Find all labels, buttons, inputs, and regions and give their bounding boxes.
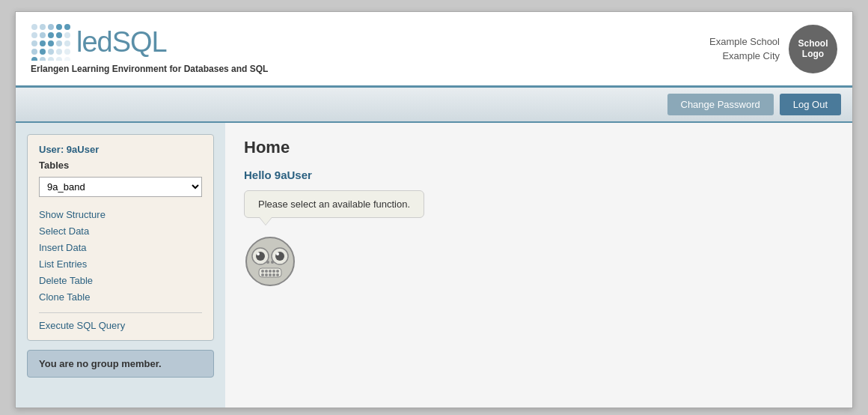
svg-point-5 — [31, 32, 37, 38]
list-item: Show Structure — [39, 206, 202, 222]
list-item: Insert Data — [39, 239, 202, 255]
main-content: Home Hello 9aUser Please select an avail… — [225, 123, 852, 408]
list-item: Clone Table — [39, 288, 202, 305]
svg-point-15 — [31, 49, 37, 55]
svg-point-17 — [48, 49, 54, 55]
delete-table-link[interactable]: Delete Table — [39, 275, 93, 286]
list-entries-link[interactable]: List Entries — [39, 258, 87, 270]
svg-point-7 — [48, 32, 54, 38]
svg-point-23 — [56, 57, 62, 61]
svg-point-44 — [271, 261, 274, 264]
execute-sql-link[interactable]: Execute SQL Query — [39, 320, 125, 331]
svg-point-21 — [40, 57, 46, 61]
list-item: Delete Table — [39, 272, 202, 288]
header: ledSQL Erlangen Learning Environment for… — [16, 12, 852, 88]
svg-point-41 — [272, 273, 275, 276]
mascot — [244, 235, 834, 290]
main-container: ledSQL Erlangen Learning Environment for… — [15, 11, 853, 408]
svg-point-42 — [276, 273, 279, 276]
svg-point-40 — [269, 273, 272, 276]
svg-point-38 — [261, 273, 264, 276]
tables-label: Tables — [39, 160, 202, 171]
svg-point-16 — [40, 49, 46, 55]
group-panel: You are no group member. — [27, 350, 214, 378]
svg-point-20 — [31, 57, 37, 61]
svg-point-14 — [64, 40, 70, 46]
table-select[interactable]: 9a_band — [39, 177, 202, 197]
svg-point-2 — [48, 24, 54, 30]
logo-text: ledSQL — [76, 26, 167, 58]
svg-point-43 — [266, 261, 269, 264]
svg-point-33 — [261, 270, 264, 273]
erlangen-rest: Learning Environment for Databases and S… — [69, 64, 268, 74]
nav-bar: Change Password Log Out — [16, 88, 852, 123]
svg-point-35 — [269, 270, 272, 273]
list-item: Select Data — [39, 222, 202, 239]
svg-point-0 — [31, 24, 37, 30]
svg-point-39 — [265, 273, 268, 276]
svg-point-3 — [56, 24, 62, 30]
school-info: Example School Example City School Logo — [709, 25, 837, 73]
school-city: Example City — [709, 49, 780, 64]
svg-point-9 — [64, 32, 70, 38]
school-name: Example School — [709, 34, 780, 49]
erlangen-bold: Erlangen — [31, 64, 69, 74]
page-title: Home — [244, 138, 834, 157]
svg-point-19 — [64, 49, 70, 55]
show-structure-link[interactable]: Show Structure — [39, 209, 106, 220]
clone-table-link[interactable]: Clone Table — [39, 291, 90, 303]
svg-point-13 — [56, 40, 62, 46]
sidebar-divider — [39, 312, 202, 313]
logo-area: ledSQL Erlangen Learning Environment for… — [31, 23, 268, 74]
logo-title: ledSQL — [31, 23, 268, 61]
school-text: Example School Example City — [709, 34, 780, 64]
svg-point-22 — [48, 57, 54, 61]
svg-point-10 — [31, 40, 37, 46]
school-logo-badge: School Logo — [789, 25, 837, 73]
content-area: User: 9aUser Tables 9a_band Show Structu… — [16, 123, 852, 408]
svg-point-37 — [276, 270, 279, 273]
instruction-text: Please select an available function. — [258, 199, 410, 210]
svg-point-8 — [56, 32, 62, 38]
logout-button[interactable]: Log Out — [780, 94, 841, 115]
logo-subtitle: Erlangen Learning Environment for Databa… — [31, 64, 268, 74]
mascot-icon — [244, 235, 296, 288]
sidebar: User: 9aUser Tables 9a_band Show Structu… — [16, 123, 225, 408]
svg-point-34 — [265, 270, 268, 273]
svg-point-4 — [64, 24, 70, 30]
speech-bubble: Please select an available function. — [244, 190, 424, 218]
sidebar-nav: Show Structure Select Data Insert Data L… — [39, 206, 202, 305]
svg-point-6 — [40, 32, 46, 38]
select-data-link[interactable]: Select Data — [39, 225, 89, 237]
ledsql-logo-icon — [31, 23, 72, 61]
svg-point-1 — [40, 24, 46, 30]
svg-point-36 — [272, 270, 275, 273]
svg-point-18 — [56, 49, 62, 55]
list-item: List Entries — [39, 255, 202, 272]
insert-data-link[interactable]: Insert Data — [39, 242, 87, 253]
svg-point-30 — [257, 252, 260, 255]
change-password-button[interactable]: Change Password — [667, 94, 774, 115]
hello-text: Hello 9aUser — [244, 169, 834, 181]
svg-point-24 — [64, 57, 70, 61]
svg-point-31 — [276, 252, 279, 255]
sidebar-panel-main: User: 9aUser Tables 9a_band Show Structu… — [27, 134, 214, 341]
user-label: User: 9aUser — [39, 144, 202, 155]
svg-point-12 — [48, 40, 54, 46]
svg-point-11 — [40, 40, 46, 46]
